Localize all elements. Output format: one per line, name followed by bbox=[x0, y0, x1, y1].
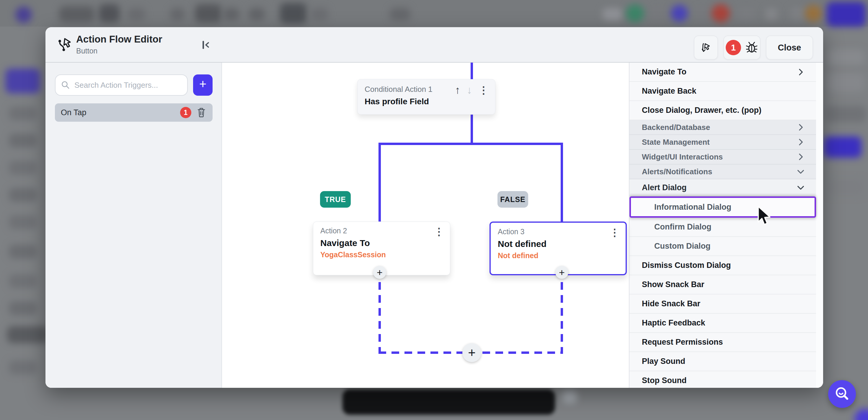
action-flow-editor-dialog: Action Flow Editor Button 1 bbox=[45, 27, 823, 388]
flow-overview-button[interactable] bbox=[694, 35, 718, 60]
connector-below-conditional bbox=[471, 115, 473, 144]
action-title: Not defined bbox=[498, 239, 619, 249]
panel-item-play-sound[interactable]: Play Sound bbox=[629, 352, 816, 371]
dialog-subtitle: Button bbox=[76, 47, 97, 55]
action-target: Not defined bbox=[498, 251, 619, 260]
panel-category-state-management[interactable]: State Management bbox=[629, 135, 816, 150]
mouse-cursor bbox=[755, 205, 772, 226]
add-action-below-false-button[interactable]: + bbox=[555, 266, 568, 279]
search-icon bbox=[61, 80, 70, 90]
dialog-toolbar: 1 Close bbox=[694, 35, 813, 60]
chevron-right-icon bbox=[796, 137, 805, 147]
panel-item-stop-sound[interactable]: Stop Sound bbox=[629, 371, 816, 388]
close-button[interactable]: Close bbox=[766, 35, 813, 60]
conditional-action-card[interactable]: Conditional Action 1 Has profile Field ↑… bbox=[357, 79, 495, 115]
chevron-down-icon bbox=[796, 183, 805, 192]
false-branch-badge: FALSE bbox=[497, 191, 528, 208]
panel-group-alert-dialog[interactable]: Alert Dialog bbox=[629, 179, 816, 197]
action-title: Navigate To bbox=[320, 238, 443, 248]
true-branch-badge: TRUE bbox=[320, 191, 351, 208]
plus-icon: + bbox=[468, 345, 476, 360]
panel-item-navigate-to[interactable]: Navigate To bbox=[629, 63, 816, 82]
trigger-count-badge: 1 bbox=[180, 107, 191, 118]
close-button-label: Close bbox=[778, 43, 801, 53]
collapse-left-icon bbox=[199, 39, 211, 51]
move-down-icon[interactable]: ↓ bbox=[467, 85, 472, 95]
action-target: YogaClassSession bbox=[320, 250, 443, 259]
help-search-fab[interactable] bbox=[828, 380, 856, 408]
error-count-badge: 1 bbox=[726, 40, 741, 55]
background-primary-button-blob bbox=[827, 2, 866, 27]
panel-item-informational-dialog[interactable]: Informational Dialog bbox=[629, 197, 816, 218]
panel-item-dismiss-custom-dialog[interactable]: Dismiss Custom Dialog bbox=[629, 256, 816, 275]
action-menu-icon[interactable]: ⋮ bbox=[610, 228, 620, 237]
connector-false-branch bbox=[561, 143, 563, 221]
add-action-below-true-button[interactable]: + bbox=[373, 266, 386, 279]
trigger-on-tap[interactable]: On Tap 1 bbox=[55, 103, 213, 122]
chevron-right-icon bbox=[796, 152, 805, 161]
action-types-panel: Navigate To Navigate Back Close Dialog, … bbox=[629, 63, 823, 388]
panel-category-alerts-notifications[interactable]: Alerts/Notifications bbox=[629, 164, 816, 179]
panel-item-custom-dialog[interactable]: Custom Dialog bbox=[629, 237, 816, 256]
panel-item-confirm-dialog[interactable]: Confirm Dialog bbox=[629, 218, 816, 237]
trigger-label: On Tap bbox=[61, 108, 180, 117]
dialog-header: Action Flow Editor Button 1 bbox=[45, 27, 823, 63]
panel-item-hide-snack-bar[interactable]: Hide Snack Bar bbox=[629, 295, 816, 314]
connector-branch-horizontal bbox=[378, 143, 563, 145]
background-logo-blob bbox=[16, 6, 32, 23]
flow-cursor-icon bbox=[700, 41, 712, 54]
panel-item-haptic-feedback[interactable]: Haptic Feedback bbox=[629, 314, 816, 333]
chevron-down-icon bbox=[796, 167, 805, 176]
chevron-right-icon bbox=[796, 67, 805, 77]
search-smile-icon bbox=[834, 386, 850, 402]
panel-item-request-permissions[interactable]: Request Permissions bbox=[629, 333, 816, 352]
connector-true-branch bbox=[378, 143, 381, 221]
errors-button[interactable]: 1 bbox=[723, 35, 761, 60]
dialog-title: Action Flow Editor bbox=[76, 34, 162, 45]
bug-icon bbox=[745, 41, 758, 54]
action-triggers-sidebar: + On Tap 1 bbox=[45, 63, 222, 388]
search-action-triggers-input[interactable] bbox=[55, 74, 188, 96]
action-flow-icon bbox=[57, 37, 73, 53]
trash-icon bbox=[197, 108, 206, 118]
add-trigger-label: + bbox=[199, 77, 207, 91]
panel-item-close-dialog[interactable]: Close Dialog, Drawer, etc. (pop) bbox=[629, 101, 816, 120]
move-up-icon[interactable]: ↑ bbox=[455, 85, 460, 95]
connector-top bbox=[471, 63, 473, 79]
plus-icon: + bbox=[559, 267, 565, 278]
flow-canvas: Conditional Action 1 Has profile Field ↑… bbox=[223, 63, 629, 388]
action-number-label: Action 2 bbox=[320, 227, 443, 235]
collapse-panel-button[interactable] bbox=[198, 37, 213, 53]
panel-item-navigate-back[interactable]: Navigate Back bbox=[629, 82, 816, 101]
chevron-right-icon bbox=[796, 123, 805, 132]
add-merge-action-button[interactable]: + bbox=[462, 343, 481, 362]
panel-category-widget-ui[interactable]: Widget/UI Interactions bbox=[629, 150, 816, 164]
action-number-label: Action 3 bbox=[498, 228, 619, 236]
delete-trigger-button[interactable] bbox=[196, 107, 207, 118]
background-selected-nav-blob bbox=[5, 68, 40, 93]
add-trigger-button[interactable]: + bbox=[193, 74, 213, 96]
background-device-bar bbox=[342, 389, 555, 415]
action-menu-icon[interactable]: ⋮ bbox=[434, 227, 444, 237]
panel-item-show-snack-bar[interactable]: Show Snack Bar bbox=[629, 275, 816, 295]
panel-category-backend-database[interactable]: Backend/Database bbox=[629, 120, 816, 135]
plus-icon: + bbox=[377, 267, 383, 278]
conditional-menu-icon[interactable]: ⋮ bbox=[478, 85, 489, 95]
conditional-action-condition: Has profile Field bbox=[365, 97, 488, 106]
